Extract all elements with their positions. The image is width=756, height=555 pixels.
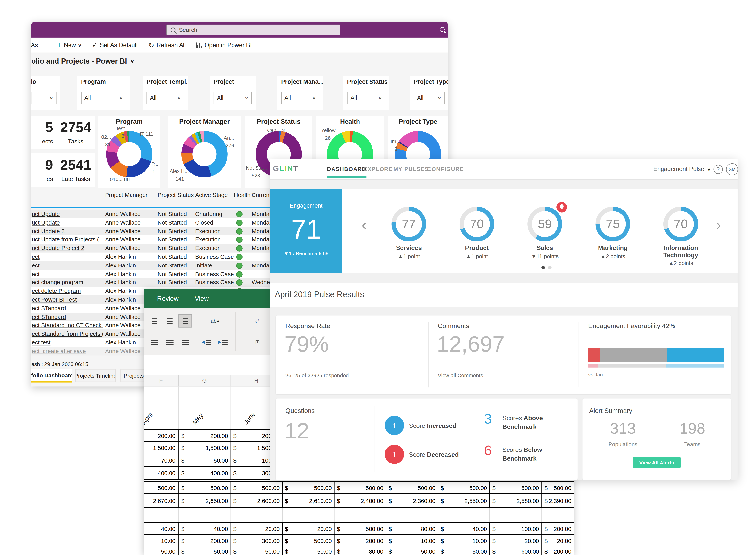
table-col-header[interactable]: Curren	[252, 192, 269, 199]
table-col-header[interactable]: Project Manager	[105, 192, 148, 199]
excel-cell[interactable]: $200.00	[541, 547, 574, 555]
excel-cell[interactable]: $2,580.00	[490, 495, 542, 507]
project-name-link[interactable]: uct Update Project 2	[32, 245, 84, 252]
excel-cell[interactable]	[282, 508, 335, 522]
table-col-header[interactable]: Project Status	[158, 192, 194, 199]
report-page-tab-0[interactable]: tfolio Dashboard	[31, 369, 72, 383]
align-bottom-button[interactable]	[178, 314, 192, 328]
project-name-link[interactable]: uct Update	[32, 219, 60, 226]
excel-cell[interactable]: $200.00	[178, 430, 231, 442]
project-name-link[interactable]: ect test	[32, 339, 51, 346]
excel-cell[interactable]	[230, 508, 283, 522]
project-name-link[interactable]: ect	[32, 262, 40, 269]
filter-dropdown[interactable]: All∨	[81, 91, 126, 104]
excel-column-letter[interactable]: G	[202, 377, 207, 384]
report-page-tab-1[interactable]: Projects Timeline	[75, 369, 116, 382]
alert-bell-badge[interactable]	[555, 201, 568, 214]
titlebar-search-icon[interactable]	[439, 27, 444, 32]
excel-cell[interactable]: $20.00	[282, 523, 335, 535]
view-all-alerts-button[interactable]: View All Alerts	[633, 457, 681, 468]
filter-dropdown[interactable]: All∨	[281, 91, 319, 104]
excel-cell[interactable]: $10.00	[438, 535, 490, 547]
excel-cell[interactable]: $2,360.00	[386, 495, 438, 507]
excel-cell[interactable]: $50.00	[438, 547, 490, 555]
excel-cell[interactable]: $50.00	[282, 547, 335, 555]
orientation-button[interactable]: ab∨	[205, 314, 225, 328]
search-input[interactable]: Search	[166, 25, 340, 35]
help-button[interactable]: ?	[713, 159, 723, 179]
excel-cell[interactable]: $500.00	[386, 482, 438, 495]
excel-cell[interactable]: 200.00	[144, 430, 178, 442]
filter-dropdown[interactable]: All∨	[146, 91, 184, 104]
excel-cell[interactable]: $50.00	[178, 454, 231, 467]
increase-indent-button[interactable]: ▶	[216, 335, 229, 349]
excel-cell[interactable]: $500.00	[178, 482, 231, 495]
report-title[interactable]: olio and Projects - Power BI∨	[31, 57, 134, 65]
align-middle-button[interactable]	[163, 314, 177, 328]
ribbon-tab-view[interactable]: View	[195, 295, 209, 302]
excel-cell[interactable]: 70.00	[144, 454, 178, 467]
excel-cell[interactable]: $10.00	[386, 535, 438, 547]
excel-cell[interactable]	[541, 508, 574, 522]
menu-set-as-default[interactable]: ✓Set As Default	[92, 42, 138, 49]
filter-dropdown[interactable]: All∨	[214, 91, 252, 104]
align-right-button[interactable]	[178, 335, 192, 349]
table-col-header[interactable]: Active Stage	[195, 192, 228, 199]
project-name-link[interactable]: uct Update from Projects (_...	[32, 236, 103, 243]
excel-cell[interactable]: $2,600.00	[230, 495, 283, 507]
align-top-button[interactable]	[148, 314, 161, 328]
excel-cell[interactable]: $40.00	[438, 523, 490, 535]
excel-cell[interactable]: 10.00	[144, 535, 178, 547]
excel-cell[interactable]	[438, 508, 490, 522]
excel-cell[interactable]: $500.00	[541, 482, 574, 495]
excel-cell[interactable]: $500.00	[282, 482, 335, 495]
donut-chart[interactable]	[106, 131, 153, 177]
carousel-next-icon[interactable]: ›	[716, 216, 721, 234]
excel-cell[interactable]: $400.00	[178, 467, 231, 479]
project-name-link[interactable]: ect	[32, 254, 40, 260]
excel-column-letter[interactable]: F	[159, 377, 163, 384]
filter-dropdown[interactable]: All∨	[414, 91, 445, 104]
excel-cell[interactable]: $2,400.00	[334, 495, 386, 507]
excel-cell[interactable]: $500.00	[230, 482, 283, 495]
excel-cell[interactable]: $300.00	[230, 535, 283, 547]
menu-refresh-all[interactable]: ↻Refresh All	[149, 41, 186, 49]
project-name-link[interactable]: ect	[32, 270, 40, 277]
align-left-button[interactable]	[148, 335, 161, 349]
project-name-link[interactable]: ect Standard_no CT Check e...	[32, 322, 103, 329]
excel-cell[interactable]	[490, 508, 542, 522]
excel-cell[interactable]: 400.00	[144, 467, 178, 479]
excel-cell[interactable]	[386, 508, 438, 522]
excel-cell[interactable]: $50.00	[178, 547, 231, 555]
excel-cell[interactable]: 1,500.00	[144, 442, 178, 455]
nav-item-configure[interactable]: CONFIGURE	[427, 159, 464, 179]
excel-cell[interactable]: $2,650.00	[178, 495, 231, 507]
excel-cell[interactable]	[334, 508, 386, 522]
excel-cell[interactable]: $20.00	[230, 523, 283, 535]
view-all-comments-link[interactable]: View all Comments	[438, 372, 483, 379]
pulse-selector[interactable]: Engagement Pulse∨	[653, 159, 710, 179]
excel-cell[interactable]: $40.00	[178, 523, 231, 535]
excel-cell[interactable]: 50.00	[144, 547, 178, 555]
excel-cell[interactable]: $2,550.00	[438, 495, 490, 507]
excel-cell[interactable]: 500.00	[144, 482, 178, 495]
project-name-link[interactable]: uct Update 3	[32, 228, 65, 234]
excel-cell[interactable]	[178, 508, 231, 522]
excel-cell[interactable]: $80.00	[334, 547, 386, 555]
carousel-dot[interactable]	[548, 266, 551, 269]
menu-new[interactable]: +New∨	[57, 41, 81, 49]
project-name-link[interactable]: ect STandard	[32, 313, 66, 320]
excel-cell[interactable]: $500.00	[438, 482, 490, 495]
nav-item-my-pulses[interactable]: MY PULSES	[393, 159, 429, 179]
engagement-score-tile[interactable]: Engagement 71 ▼1 / Benchmark 69	[270, 189, 342, 273]
project-name-link[interactable]: ect change program	[32, 279, 83, 286]
decrease-indent-button[interactable]: ◀	[200, 335, 213, 349]
excel-cell[interactable]: $80.00	[386, 523, 438, 535]
excel-cell[interactable]: 2,670.00	[144, 495, 178, 507]
excel-cell[interactable]: $50.00	[386, 547, 438, 555]
excel-cell[interactable]: $2,390.00	[541, 495, 574, 507]
borders-button[interactable]: ⊞	[251, 335, 264, 349]
nav-item-explore[interactable]: EXPLORE	[364, 159, 393, 179]
excel-cell[interactable]: $200.00	[334, 535, 386, 547]
align-center-button[interactable]	[163, 335, 177, 349]
